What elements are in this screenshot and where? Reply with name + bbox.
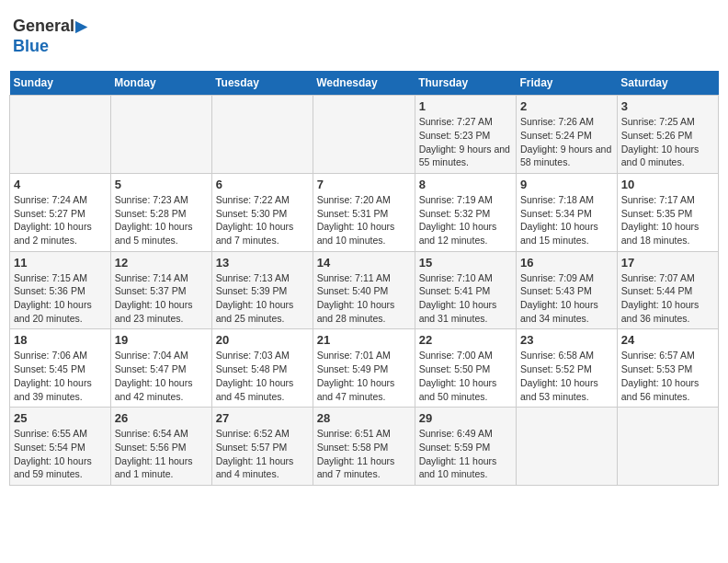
day-cell: 24Sunrise: 6:57 AMSunset: 5:53 PMDayligh… [617,329,718,408]
day-info: Sunrise: 7:04 AMSunset: 5:47 PMDaylight:… [115,349,208,403]
day-cell: 27Sunrise: 6:52 AMSunset: 5:57 PMDayligh… [211,408,313,486]
day-number: 26 [115,411,208,425]
day-number: 13 [216,256,309,270]
day-number: 18 [14,333,107,347]
col-header-thursday: Thursday [415,71,516,96]
day-info: Sunrise: 7:07 AMSunset: 5:44 PMDaylight:… [621,271,714,326]
day-number: 1 [419,99,512,113]
day-number: 29 [419,411,512,425]
day-number: 25 [14,411,107,425]
logo: General▶ Blue [13,17,86,56]
day-cell: 17Sunrise: 7:07 AMSunset: 5:44 PMDayligh… [617,251,718,329]
day-cell [313,96,415,174]
day-cell [211,96,313,174]
day-number: 22 [419,333,512,347]
day-cell: 16Sunrise: 7:09 AMSunset: 5:43 PMDayligh… [517,251,618,329]
day-cell: 5Sunrise: 7:23 AMSunset: 5:28 PMDaylight… [110,173,211,251]
day-cell [517,408,618,486]
day-number: 8 [419,178,512,191]
col-header-monday: Monday [110,71,211,96]
day-info: Sunrise: 6:49 AMSunset: 5:59 PMDaylight:… [419,427,512,481]
day-number: 6 [216,178,309,191]
day-info: Sunrise: 6:54 AMSunset: 5:56 PMDaylight:… [115,427,208,481]
day-cell: 9Sunrise: 7:18 AMSunset: 5:34 PMDaylight… [517,173,618,251]
day-cell: 14Sunrise: 7:11 AMSunset: 5:40 PMDayligh… [313,251,415,329]
day-cell: 15Sunrise: 7:10 AMSunset: 5:41 PMDayligh… [415,251,516,329]
day-cell: 28Sunrise: 6:51 AMSunset: 5:58 PMDayligh… [313,408,415,486]
day-number: 19 [115,333,208,347]
day-cell: 11Sunrise: 7:15 AMSunset: 5:36 PMDayligh… [10,251,111,329]
day-info: Sunrise: 7:03 AMSunset: 5:48 PMDaylight:… [216,349,309,403]
day-info: Sunrise: 7:11 AMSunset: 5:40 PMDaylight:… [317,271,411,326]
day-info: Sunrise: 6:51 AMSunset: 5:58 PMDaylight:… [317,427,411,481]
col-header-saturday: Saturday [617,71,718,96]
day-number: 7 [317,178,411,191]
day-info: Sunrise: 7:14 AMSunset: 5:37 PMDaylight:… [115,271,208,326]
week-row-1: 1Sunrise: 7:27 AMSunset: 5:23 PMDaylight… [10,96,719,174]
day-cell: 21Sunrise: 7:01 AMSunset: 5:49 PMDayligh… [313,329,415,408]
day-number: 14 [317,256,411,270]
day-info: Sunrise: 7:01 AMSunset: 5:49 PMDaylight:… [317,349,411,403]
day-info: Sunrise: 7:20 AMSunset: 5:31 PMDaylight:… [317,193,411,247]
day-number: 4 [14,178,107,191]
day-number: 20 [216,333,309,347]
week-row-2: 4Sunrise: 7:24 AMSunset: 5:27 PMDaylight… [10,173,719,251]
day-cell: 25Sunrise: 6:55 AMSunset: 5:54 PMDayligh… [10,408,111,486]
day-cell: 1Sunrise: 7:27 AMSunset: 5:23 PMDaylight… [415,96,516,174]
day-number: 9 [520,178,613,191]
calendar-body: 1Sunrise: 7:27 AMSunset: 5:23 PMDaylight… [10,96,719,486]
day-info: Sunrise: 7:06 AMSunset: 5:45 PMDaylight:… [14,349,107,403]
day-cell: 29Sunrise: 6:49 AMSunset: 5:59 PMDayligh… [415,408,516,486]
day-number: 2 [520,99,613,113]
day-cell: 26Sunrise: 6:54 AMSunset: 5:56 PMDayligh… [110,408,211,486]
day-cell: 12Sunrise: 7:14 AMSunset: 5:37 PMDayligh… [110,251,211,329]
day-info: Sunrise: 7:25 AMSunset: 5:26 PMDaylight:… [621,115,714,169]
day-info: Sunrise: 7:09 AMSunset: 5:43 PMDaylight:… [520,271,613,326]
day-info: Sunrise: 6:52 AMSunset: 5:57 PMDaylight:… [216,427,309,481]
day-number: 5 [115,178,208,191]
day-cell: 13Sunrise: 7:13 AMSunset: 5:39 PMDayligh… [211,251,313,329]
day-cell: 8Sunrise: 7:19 AMSunset: 5:32 PMDaylight… [415,173,516,251]
day-cell: 20Sunrise: 7:03 AMSunset: 5:48 PMDayligh… [211,329,313,408]
page-header: General▶ Blue [9,9,719,63]
week-row-5: 25Sunrise: 6:55 AMSunset: 5:54 PMDayligh… [10,408,719,486]
day-info: Sunrise: 7:22 AMSunset: 5:30 PMDaylight:… [216,193,309,247]
day-info: Sunrise: 7:24 AMSunset: 5:27 PMDaylight:… [14,193,107,247]
day-cell: 7Sunrise: 7:20 AMSunset: 5:31 PMDaylight… [313,173,415,251]
day-cell [110,96,211,174]
day-info: Sunrise: 6:55 AMSunset: 5:54 PMDaylight:… [14,427,107,481]
col-header-wednesday: Wednesday [313,71,415,96]
day-number: 15 [419,256,512,270]
day-cell [617,408,718,486]
day-info: Sunrise: 7:15 AMSunset: 5:36 PMDaylight:… [14,271,107,326]
day-number: 12 [115,256,208,270]
week-row-3: 11Sunrise: 7:15 AMSunset: 5:36 PMDayligh… [10,251,719,329]
day-info: Sunrise: 7:17 AMSunset: 5:35 PMDaylight:… [621,193,714,247]
day-number: 23 [520,333,613,347]
day-info: Sunrise: 7:19 AMSunset: 5:32 PMDaylight:… [419,193,512,247]
day-number: 17 [621,256,714,270]
day-number: 21 [317,333,411,347]
column-headers: SundayMondayTuesdayWednesdayThursdayFrid… [10,71,719,96]
col-header-tuesday: Tuesday [211,71,313,96]
day-info: Sunrise: 7:26 AMSunset: 5:24 PMDaylight:… [520,115,613,169]
logo-blue: Blue [13,37,86,57]
day-info: Sunrise: 7:27 AMSunset: 5:23 PMDaylight:… [419,115,512,169]
day-cell: 19Sunrise: 7:04 AMSunset: 5:47 PMDayligh… [110,329,211,408]
day-number: 27 [216,411,309,425]
week-row-4: 18Sunrise: 7:06 AMSunset: 5:45 PMDayligh… [10,329,719,408]
day-cell: 6Sunrise: 7:22 AMSunset: 5:30 PMDaylight… [211,173,313,251]
day-info: Sunrise: 7:00 AMSunset: 5:50 PMDaylight:… [419,349,512,403]
day-cell: 3Sunrise: 7:25 AMSunset: 5:26 PMDaylight… [617,96,718,174]
day-number: 3 [621,99,714,113]
day-info: Sunrise: 7:10 AMSunset: 5:41 PMDaylight:… [419,271,512,326]
day-number: 10 [621,178,714,191]
day-info: Sunrise: 6:57 AMSunset: 5:53 PMDaylight:… [621,349,714,403]
day-number: 28 [317,411,411,425]
day-info: Sunrise: 7:23 AMSunset: 5:28 PMDaylight:… [115,193,208,247]
col-header-friday: Friday [517,71,618,96]
day-cell: 23Sunrise: 6:58 AMSunset: 5:52 PMDayligh… [517,329,618,408]
day-info: Sunrise: 7:13 AMSunset: 5:39 PMDaylight:… [216,271,309,326]
day-number: 24 [621,333,714,347]
day-cell: 18Sunrise: 7:06 AMSunset: 5:45 PMDayligh… [10,329,111,408]
